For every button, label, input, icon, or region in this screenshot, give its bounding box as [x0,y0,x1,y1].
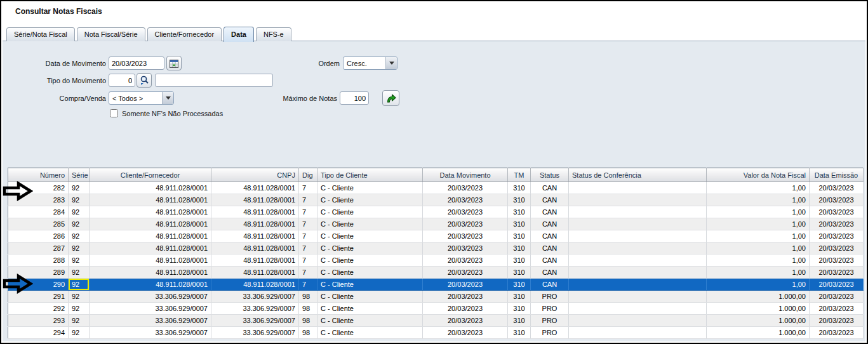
cell-cliente-fornecedor[interactable]: 48.911.028/0001 [90,194,211,206]
tab-data[interactable]: Data [224,27,254,42]
cell-numero[interactable]: 294 [8,327,69,339]
cell-serie[interactable]: 92 [69,327,90,339]
cell-status[interactable]: PRO [531,315,569,327]
cell-status[interactable]: CAN [531,182,569,194]
cell-tipo-cliente[interactable]: C - Cliente [317,218,423,230]
cell-dig[interactable]: 98 [299,291,317,303]
table-row[interactable]: 2919233.306.929/000733.306.929/000798C -… [8,291,864,303]
cell-cnpj[interactable]: 48.911.028/0001 [211,242,299,255]
calendar-button[interactable] [166,56,182,70]
execute-query-button[interactable] [382,90,399,106]
cell-tipo-cliente[interactable]: C - Cliente [317,315,423,327]
cell-valor-nota-fiscal[interactable]: 1,00 [707,255,810,267]
cell-cliente-fornecedor[interactable]: 48.911.028/0001 [90,242,211,255]
cell-cliente-fornecedor[interactable]: 33.306.929/0007 [90,327,211,339]
cell-tipo-cliente[interactable]: C - Cliente [317,279,423,291]
cell-serie[interactable]: 92 [69,279,90,291]
cell-status-conferencia[interactable] [569,242,707,255]
col-header-valor-nota-fiscal[interactable]: Valor da Nota Fiscal [707,168,810,182]
cell-status[interactable]: CAN [531,218,569,230]
cell-numero[interactable]: 285 [8,218,69,230]
cell-data-emissao[interactable]: 20/03/2023 [810,230,864,242]
cell-dig[interactable]: 7 [299,206,317,218]
cell-status[interactable]: PRO [531,327,569,339]
cell-status[interactable]: CAN [531,194,569,206]
cell-cnpj[interactable]: 48.911.028/0001 [211,206,299,218]
cell-valor-nota-fiscal[interactable]: 1,00 [707,206,810,218]
cell-dig[interactable]: 7 [299,182,317,194]
cell-data-emissao[interactable]: 20/03/2023 [810,242,864,255]
cell-valor-nota-fiscal[interactable]: 1.000,00 [707,315,810,327]
col-header-status[interactable]: Status [531,168,569,182]
cell-status-conferencia[interactable] [569,255,707,267]
cell-data-emissao[interactable]: 20/03/2023 [810,194,864,206]
cell-tipo-cliente[interactable]: C - Cliente [317,303,423,315]
cell-status-conferencia[interactable] [569,194,707,206]
data-movimento-input[interactable] [109,56,164,70]
cell-cliente-fornecedor[interactable]: 33.306.929/0007 [90,303,211,315]
cell-data-emissao[interactable]: 20/03/2023 [810,291,864,303]
cell-valor-nota-fiscal[interactable]: 1,00 [707,267,810,279]
col-header-data-movimento[interactable]: Data Movimento [423,168,508,182]
table-row[interactable]: 2839248.911.028/000148.911.028/00017C - … [8,194,864,206]
cell-data-emissao[interactable]: 20/03/2023 [810,218,864,230]
cell-tipo-cliente[interactable]: C - Cliente [317,230,423,242]
cell-tipo-cliente[interactable]: C - Cliente [317,267,423,279]
cell-data-emissao[interactable]: 20/03/2023 [810,267,864,279]
cell-tm[interactable]: 310 [508,267,531,279]
cell-tm[interactable]: 310 [508,303,531,315]
cell-data-emissao[interactable]: 20/03/2023 [810,279,864,291]
cell-cnpj[interactable]: 48.911.028/0001 [211,230,299,242]
cell-dig[interactable]: 98 [299,327,317,339]
cell-data-movimento[interactable]: 20/03/2023 [423,303,508,315]
cell-dig[interactable]: 7 [299,267,317,279]
cell-cnpj[interactable]: 48.911.028/0001 [211,182,299,194]
tipo-movimento-code-input[interactable] [109,74,135,87]
cell-numero[interactable]: 288 [8,255,69,267]
ordem-combobox[interactable]: Cresc. [343,56,397,70]
cell-cliente-fornecedor[interactable]: 48.911.028/0001 [90,218,211,230]
cell-status-conferencia[interactable] [569,267,707,279]
cell-serie[interactable]: 92 [69,255,90,267]
cell-dig[interactable]: 7 [299,242,317,255]
cell-dig[interactable]: 7 [299,279,317,291]
cell-data-movimento[interactable]: 20/03/2023 [423,267,508,279]
cell-tm[interactable]: 310 [508,279,531,291]
cell-tm[interactable]: 310 [508,206,531,218]
cell-tm[interactable]: 310 [508,242,531,255]
cell-tm[interactable]: 310 [508,194,531,206]
chevron-down-icon[interactable] [385,57,397,69]
cell-data-movimento[interactable]: 20/03/2023 [423,182,508,194]
cell-valor-nota-fiscal[interactable]: 1,00 [707,230,810,242]
cell-tipo-cliente[interactable]: C - Cliente [317,327,423,339]
cell-serie[interactable]: 92 [69,194,90,206]
cell-serie[interactable]: 92 [69,206,90,218]
cell-dig[interactable]: 7 [299,230,317,242]
col-header-tm[interactable]: TM [508,168,531,182]
col-header-numero[interactable]: Número [8,168,69,182]
cell-numero[interactable]: 287 [8,242,69,255]
cell-status[interactable]: CAN [531,242,569,255]
cell-serie[interactable]: 92 [69,230,90,242]
cell-serie[interactable]: 92 [69,303,90,315]
col-header-serie[interactable]: Série [69,168,90,182]
compra-venda-combobox[interactable]: < Todos > [109,91,174,105]
cell-tm[interactable]: 310 [508,182,531,194]
col-header-cliente-fornecedor[interactable]: Cliente/Fornecedor [90,168,211,182]
cell-status[interactable]: CAN [531,206,569,218]
col-header-cnpj[interactable]: CNPJ [211,168,299,182]
cell-tm[interactable]: 310 [508,327,531,339]
cell-cliente-fornecedor[interactable]: 33.306.929/0007 [90,315,211,327]
cell-data-emissao[interactable]: 20/03/2023 [810,315,864,327]
cell-valor-nota-fiscal[interactable]: 1.000,00 [707,291,810,303]
somente-nf-checkbox[interactable] [110,109,118,117]
cell-data-movimento[interactable]: 20/03/2023 [423,194,508,206]
col-header-tipo-cliente[interactable]: Tipo de Cliente [317,168,423,182]
cell-serie[interactable]: 92 [69,267,90,279]
cell-valor-nota-fiscal[interactable]: 1,00 [707,182,810,194]
cell-status-conferencia[interactable] [569,230,707,242]
cell-cliente-fornecedor[interactable]: 48.911.028/0001 [90,267,211,279]
cell-status[interactable]: PRO [531,291,569,303]
cell-data-emissao[interactable]: 20/03/2023 [810,303,864,315]
cell-tipo-cliente[interactable]: C - Cliente [317,182,423,194]
